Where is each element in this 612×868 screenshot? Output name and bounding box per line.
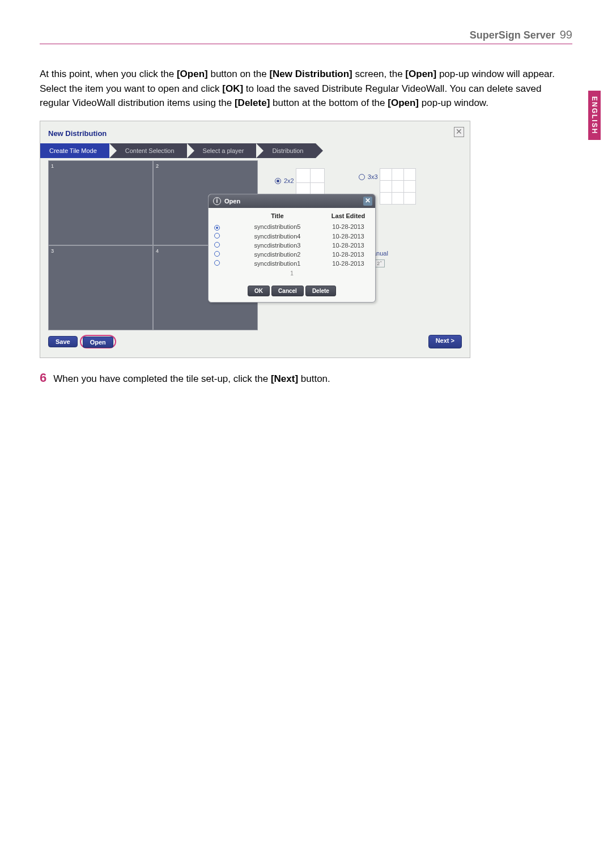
popup-table-header: Title Last Edited [214,212,369,219]
radio-label: 3x3 [368,173,378,180]
col-last-edited: Last Edited [327,212,369,219]
open-button[interactable]: Open [83,337,113,348]
tile-1[interactable]: 1 [48,160,153,245]
radio-dot-icon [214,225,220,231]
row-date: 10-28-2013 [327,251,369,258]
radio-label: 2x2 [284,177,294,184]
radio-dot-icon [275,178,281,184]
radio-2x2[interactable]: 2x2 [275,177,294,184]
radio-dot-icon [214,242,220,248]
intro-paragraph: At this point, when you click the [Open]… [40,67,572,110]
text: At this point, when you click the [40,69,177,79]
row-title: syncdistribution4 [228,233,327,240]
popup-pager[interactable]: 1 [214,270,369,276]
save-button[interactable]: Save [48,336,78,347]
open-button-highlight: Open [80,335,116,348]
step-content-selection[interactable]: Content Selection [109,143,187,158]
tile-3[interactable]: 3 [48,245,153,330]
radio-3x3[interactable]: 3x3 [359,173,378,180]
step-6: 6 When you have completed the tile set-u… [40,371,572,386]
popup-cancel-button[interactable]: Cancel [271,286,304,296]
radio-dot-icon [214,251,220,257]
page-header: SuperSign Server 99 [40,28,572,44]
popup-delete-button[interactable]: Delete [305,286,336,296]
popup-row[interactable]: syncdistribution110-28-2013 [214,259,369,268]
row-date: 10-28-2013 [327,233,369,240]
text: button at the bottom of the [273,97,388,108]
ok-label: [OK] [222,83,243,94]
open-label: [Open] [177,69,208,79]
text: button. [301,373,330,384]
window-close-icon[interactable]: ✕ [454,127,464,137]
next-label: [Next] [271,373,298,384]
popup-ok-button[interactable]: OK [248,286,270,296]
text: When you have completed the tile set-up,… [53,373,271,384]
popup-row[interactable]: syncdistribution510-28-2013 [214,222,369,232]
step-number: 6 [40,371,46,385]
wizard-stepper: Create Tile Mode Content Selection Selec… [40,143,470,158]
popup-header: i Open ✕ [209,194,375,208]
window-title: New Distribution [48,129,462,138]
row-title: syncdistribution3 [228,242,327,249]
thumb-3x3 [380,168,416,205]
thumb-2x2 [296,168,325,197]
new-distribution-window: ✕ New Distribution Create Tile Mode Cont… [40,121,470,358]
next-button[interactable]: Next > [428,335,462,348]
text: screen, the [355,69,406,79]
open-popup: i Open ✕ Title Last Edited syncdistribut… [208,194,376,303]
row-title: syncdistribution1 [228,260,327,267]
row-date: 10-28-2013 [327,223,369,230]
delete-label: [Delete] [235,97,270,108]
new-distribution-label: [New Distribution] [269,69,352,79]
open-label: [Open] [388,97,419,108]
language-tab: ENGLISH [588,91,601,140]
col-title: Title [228,212,327,219]
step-distribution[interactable]: Distribution [256,143,316,158]
text: pop-up window. [422,97,488,108]
radio-dot-icon [214,233,220,239]
popup-title: Open [224,198,240,205]
text: button on the [210,69,269,79]
radio-dot-icon [214,260,220,266]
popup-row[interactable]: syncdistribution410-28-2013 [214,232,369,241]
row-date: 10-28-2013 [327,242,369,249]
manual-rows-select[interactable]: 2 ˅ [375,259,385,267]
row-title: syncdistribution2 [228,251,327,258]
row-title: syncdistribution5 [228,223,327,230]
radio-dot-icon [359,174,365,180]
popup-close-icon[interactable]: ✕ [363,197,372,206]
popup-row[interactable]: syncdistribution310-28-2013 [214,241,369,250]
page-number: 99 [560,28,572,41]
info-icon: i [213,197,221,205]
row-date: 10-28-2013 [327,260,369,267]
header-title: SuperSign Server [470,29,555,41]
step-select-player[interactable]: Select a player [187,143,257,158]
popup-row[interactable]: syncdistribution210-28-2013 [214,250,369,259]
step-create-tile-mode[interactable]: Create Tile Mode [40,143,109,158]
open-label: [Open] [405,69,436,79]
